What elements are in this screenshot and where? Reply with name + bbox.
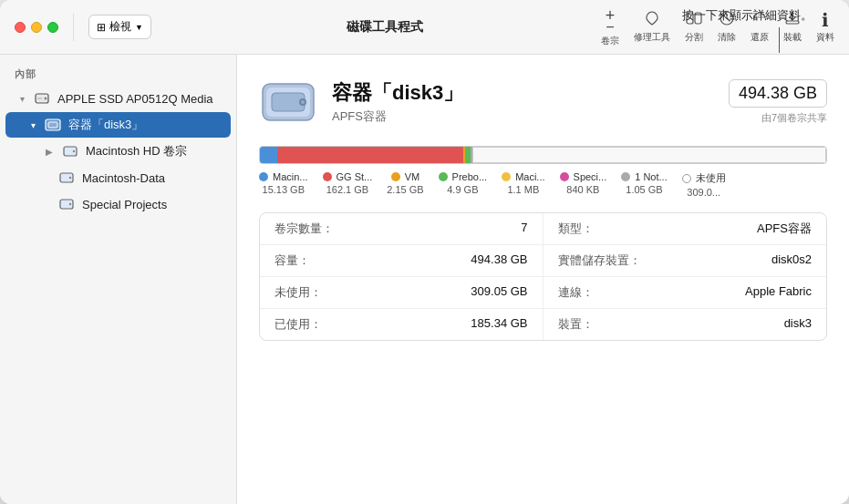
legend-segment-size: 309.0... [687, 187, 720, 198]
legend-dot [259, 172, 268, 181]
info-action[interactable]: ℹ 資料 [816, 11, 834, 44]
legend-segment-name: Prebo... [452, 171, 488, 182]
info-cell: 未使用：309.05 GB [260, 277, 544, 309]
info-grid: 卷宗數量：7類型：APFS容器容量：494.38 GB實體儲存裝置：disk0s… [259, 212, 827, 341]
tooltip-text: 按一下來顯示詳細資料。 [682, 7, 813, 24]
sidebar-item-macintosh-hd-label: Macintosh HD 卷宗 [86, 143, 187, 159]
info-cell-label: 裝置： [558, 316, 594, 333]
view-label: 檢視 [109, 19, 131, 35]
legend-dot [621, 172, 630, 181]
volume-label: 卷宗 [601, 35, 619, 47]
sidebar: 內部 ▾ APPLE SSD AP0512Q Media ▾ [0, 55, 237, 504]
tooltip-line [779, 27, 780, 53]
detail-size-sub: 由7個卷宗共享 [729, 111, 827, 125]
info-cell: 容量：494.38 GB [260, 245, 544, 277]
mount-label: 裝載 [783, 31, 802, 44]
info-cell-label: 實體儲存裝置： [558, 252, 641, 269]
sidebar-item-ssd[interactable]: ▾ APPLE SSD AP0512Q Media [5, 86, 231, 111]
close-button[interactable] [15, 22, 26, 33]
info-cell-value: 185.34 GB [471, 316, 527, 333]
detail-title: 容器「disk3」 [332, 79, 714, 107]
storage-segment [260, 147, 277, 163]
firstaid-icon [643, 10, 661, 29]
chevron-right-icon: ▶ [46, 147, 53, 157]
info-cell-value: 309.05 GB [471, 284, 527, 301]
legend-item: VM2.15 GB [387, 171, 423, 198]
legend-item: Prebo...4.9 GB [439, 171, 488, 198]
info-cell: 已使用：185.34 GB [260, 309, 544, 340]
sidebar-item-disk3[interactable]: ▾ 容器「disk3」 [5, 112, 231, 138]
legend-segment-name: VM [405, 171, 420, 182]
maximize-button[interactable] [47, 22, 58, 33]
view-chevron-icon: ▼ [135, 23, 143, 32]
info-cell-label: 卷宗數量： [274, 221, 334, 237]
legend-dot [391, 172, 400, 181]
info-icon: ℹ [822, 11, 829, 29]
container-icon [45, 117, 61, 133]
sidebar-item-special-projects[interactable]: Special Projects [5, 191, 231, 217]
info-cell-label: 已使用： [274, 316, 322, 333]
volume-icon [58, 196, 75, 212]
minus-icon: − [606, 20, 614, 35]
add-volume-action[interactable]: + − 卷宗 [601, 7, 619, 47]
info-cell-label: 未使用： [274, 284, 322, 301]
svg-rect-8 [48, 122, 57, 128]
svg-point-5 [45, 98, 47, 100]
legend-segment-name: 1 Not... [635, 171, 667, 182]
sidebar-item-macintosh-data-label: Macintosh-Data [82, 171, 165, 185]
volume-icon [58, 170, 75, 186]
legend-dot [560, 172, 569, 181]
legend-segment-size: 4.9 GB [447, 184, 478, 195]
volume-icon [62, 143, 78, 159]
view-button[interactable]: ⊞ 檢視 ▼ [88, 15, 151, 39]
legend-item: 1 Not...1.05 GB [621, 171, 667, 198]
info-cell: 卷宗數量：7 [260, 213, 544, 245]
detail-size-block: 494.38 GB 由7個卷宗共享 [729, 79, 827, 125]
main-content: 內部 ▾ APPLE SSD AP0512Q Media ▾ [0, 55, 849, 504]
sidebar-item-special-projects-label: Special Projects [82, 198, 167, 211]
firstaid-label: 修理工具 [634, 31, 670, 44]
drive-icon [34, 90, 50, 107]
erase-label: 清除 [718, 31, 736, 44]
info-cell-value: 494.38 GB [471, 252, 527, 269]
minimize-button[interactable] [31, 22, 42, 33]
firstaid-action[interactable]: 修理工具 [634, 10, 670, 44]
legend-segment-size: 1.1 MB [507, 184, 539, 195]
legend-dot [502, 172, 511, 181]
info-cell: 實體儲存裝置：disk0s2 [544, 245, 827, 277]
legend-item: GG St...162.1 GB [323, 171, 373, 198]
svg-point-19 [301, 100, 305, 104]
info-label: 資料 [816, 31, 834, 44]
legend-segment-name: Macin... [273, 171, 308, 182]
storage-legend: Macin...15.13 GBGG St...162.1 GBVM2.15 G… [259, 171, 827, 198]
sidebar-item-disk3-label: 容器「disk3」 [68, 117, 143, 133]
info-cell-value: APFS容器 [757, 221, 812, 237]
legend-dot [682, 174, 691, 183]
legend-segment-name: GG St... [336, 171, 373, 182]
storage-bar [259, 146, 827, 164]
detail-disk-icon [259, 73, 317, 131]
info-cell-value: disk0s2 [771, 252, 812, 269]
toolbar-title: 磁碟工具程式 [170, 19, 601, 36]
info-cell: 連線：Apple Fabric [544, 277, 827, 309]
partition-label: 分割 [685, 31, 703, 44]
detail-size: 494.38 GB [729, 79, 827, 108]
sidebar-section-internal: 內部 [0, 62, 236, 85]
toolbar-divider [73, 14, 74, 41]
info-cell-label: 容量： [274, 252, 310, 269]
legend-segment-name: Maci... [515, 171, 544, 182]
info-cell-label: 類型： [558, 221, 594, 237]
info-cell-label: 連線： [558, 284, 594, 301]
detail-subtitle: APFS容器 [332, 108, 714, 125]
detail-pane: 容器「disk3」 APFS容器 494.38 GB 由7個卷宗共享 Macin… [237, 55, 849, 504]
sidebar-item-macintosh-data[interactable]: Macintosh-Data [5, 165, 231, 190]
chevron-down-icon: ▾ [20, 94, 25, 104]
restore-label: 還原 [751, 31, 769, 44]
legend-segment-size: 15.13 GB [263, 184, 305, 195]
legend-segment-size: 2.15 GB [387, 184, 423, 195]
info-cell-value: 7 [521, 221, 527, 237]
legend-item: Macin...15.13 GB [259, 171, 308, 198]
svg-point-14 [69, 203, 71, 205]
sidebar-item-macintosh-hd[interactable]: ▶ Macintosh HD 卷宗 [5, 139, 231, 164]
legend-segment-size: 1.05 GB [626, 184, 662, 195]
